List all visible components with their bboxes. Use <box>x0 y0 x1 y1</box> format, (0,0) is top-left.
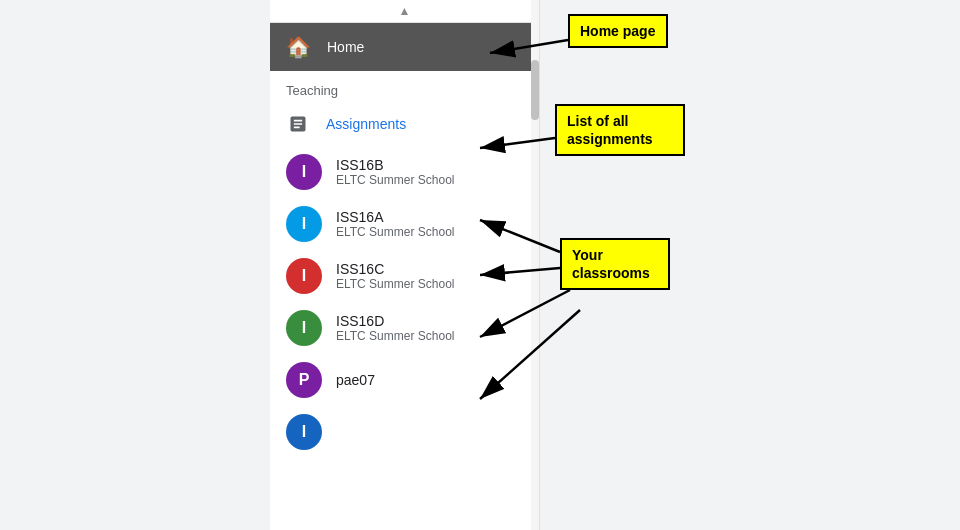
home-icon: 🏠 <box>286 35 311 59</box>
classroom-iss16d[interactable]: I ISS16D ELTC Summer School <box>270 302 539 354</box>
scrollbar-thumb[interactable] <box>531 60 539 120</box>
classrooms-list: I ISS16B ELTC Summer School I ISS16A ELT… <box>270 146 539 458</box>
left-bg <box>0 0 270 530</box>
classroom-name-iss16a: ISS16A <box>336 209 454 225</box>
avatar-iss16d: I <box>286 310 322 346</box>
classroom-sub-iss16b: ELTC Summer School <box>336 173 454 187</box>
avatar-iss16b: I <box>286 154 322 190</box>
classroom-name-iss16d: ISS16D <box>336 313 454 329</box>
scroll-up-arrow: ▲ <box>399 4 411 18</box>
classroom-iss16a[interactable]: I ISS16A ELTC Summer School <box>270 198 539 250</box>
classroom-info-iss16b: ISS16B ELTC Summer School <box>336 157 454 187</box>
annotation-classrooms: Your classrooms <box>560 238 670 290</box>
avatar-partial: I <box>286 414 322 450</box>
classroom-name-pae07: pae07 <box>336 372 375 388</box>
classroom-partial[interactable]: I <box>270 406 539 458</box>
avatar-iss16a: I <box>286 206 322 242</box>
classroom-name-iss16b: ISS16B <box>336 157 454 173</box>
classroom-pae07[interactable]: P pae07 <box>270 354 539 406</box>
assignments-label: Assignments <box>326 116 406 132</box>
classroom-sub-iss16d: ELTC Summer School <box>336 329 454 343</box>
sidebar: ▲ 🏠 Home Teaching Assignments I ISS16B <box>270 0 540 530</box>
classroom-iss16b[interactable]: I ISS16B ELTC Summer School <box>270 146 539 198</box>
classroom-info-pae07: pae07 <box>336 372 375 388</box>
avatar-pae07: P <box>286 362 322 398</box>
assignments-icon <box>286 112 310 136</box>
classroom-info-iss16a: ISS16A ELTC Summer School <box>336 209 454 239</box>
home-label: Home <box>327 39 364 55</box>
scroll-up-indicator[interactable]: ▲ <box>270 0 539 23</box>
nav-home[interactable]: 🏠 Home <box>270 23 539 71</box>
classroom-name-iss16c: ISS16C <box>336 261 454 277</box>
classroom-info-iss16d: ISS16D ELTC Summer School <box>336 313 454 343</box>
classroom-info-iss16c: ISS16C ELTC Summer School <box>336 261 454 291</box>
sidebar-scrollbar[interactable] <box>531 0 539 530</box>
annotation-assignments: List of all assignments <box>555 104 685 156</box>
teaching-section-header: Teaching <box>270 71 539 102</box>
annotation-home-page: Home page <box>568 14 668 48</box>
avatar-iss16c: I <box>286 258 322 294</box>
classroom-sub-iss16a: ELTC Summer School <box>336 225 454 239</box>
classroom-sub-iss16c: ELTC Summer School <box>336 277 454 291</box>
nav-assignments[interactable]: Assignments <box>270 102 539 146</box>
classroom-iss16c[interactable]: I ISS16C ELTC Summer School <box>270 250 539 302</box>
page-wrapper: ▲ 🏠 Home Teaching Assignments I ISS16B <box>0 0 960 530</box>
